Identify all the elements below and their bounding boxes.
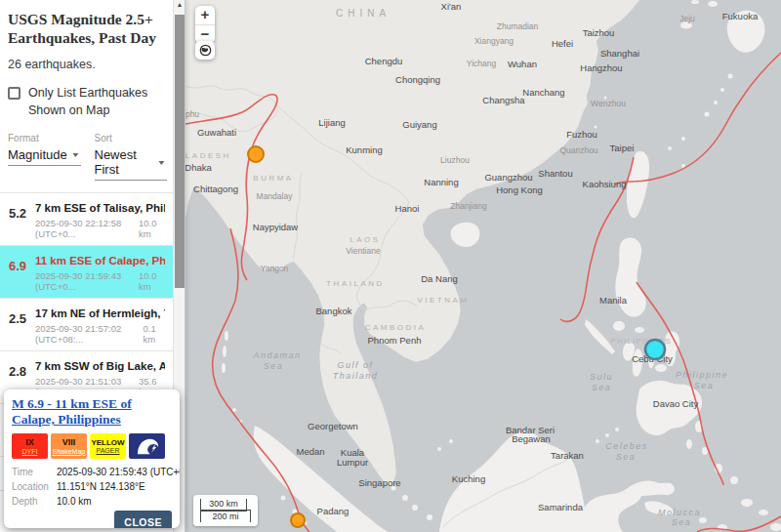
map-label: Shantou: [538, 168, 572, 179]
map-label: Guwahati: [197, 127, 236, 138]
zoom-in-button[interactable]: +: [195, 6, 215, 24]
sort-label: Sort: [95, 133, 168, 143]
map-label: Sulu: [590, 372, 613, 382]
map-label: BURMA: [253, 174, 293, 183]
map-label: Samarinda: [538, 502, 584, 512]
map-label: Xiangyang: [474, 36, 514, 46]
map-label: Vientiane: [346, 246, 381, 256]
map-canvas[interactable]: CHINAGLADESHBURMALAOSTHAILANDVIETNAMCAMB…: [185, 0, 781, 532]
format-value: Magnitude: [8, 147, 67, 162]
quake-title: 11 km ESE of Calape, Philippi...: [35, 255, 165, 266]
only-list-checkbox[interactable]: [8, 87, 21, 100]
panel-header: USGS Magnitude 2.5+ Earthquakes, Past Da…: [0, 0, 173, 192]
time-label: Time: [12, 467, 57, 477]
location-label: Location: [12, 481, 57, 492]
map-label: Liuzhou: [440, 155, 470, 165]
map-label: Manila: [599, 295, 628, 306]
earthquake-marker-orange[interactable]: [248, 146, 264, 162]
map-label: CHINA: [336, 8, 390, 19]
map-label: Wuhan: [508, 59, 537, 69]
map-label: Da Nang: [421, 273, 458, 284]
map-label: CAMBODIA: [365, 323, 427, 332]
map-scale-bar: 300 km 200 mi: [193, 495, 258, 527]
map-label: Davao City: [653, 398, 699, 409]
scroll-up-icon[interactable]: ▲: [174, 1, 185, 8]
quake-depth: 0.1 km: [144, 323, 165, 345]
earthquake-marker-cyan[interactable]: [645, 340, 665, 359]
map-label: LAOS: [349, 235, 380, 244]
map-label: Philippine: [676, 370, 728, 380]
dyfi-badge[interactable]: IX DYFI: [12, 433, 48, 459]
quake-title: 7 km SSW of Big Lake, Alaska: [35, 360, 165, 372]
list-options: Format Magnitude ▼ Sort Newest First ▼: [8, 133, 167, 192]
depth-label: Depth: [12, 496, 57, 507]
map-label: Wenzhou: [591, 99, 626, 108]
map-label: Padang: [317, 506, 349, 516]
map-label: phu: [185, 109, 199, 119]
map-label: Naypyidaw: [253, 222, 299, 232]
time-value: 2025-09-30 21:59:43 (UTC+08:00): [57, 467, 180, 477]
earthquake-list-item[interactable]: 6.911 km ESE of Calape, Philippi...2025-…: [0, 246, 173, 299]
event-title-line1: M 6.9 - 11 km ESE of: [12, 396, 132, 411]
map-label: THAILAND: [326, 279, 385, 288]
earthquake-list-item[interactable]: 2.517 km NE of Hermleigh, Texas2025-09-3…: [0, 299, 173, 351]
scrollbar-thumb[interactable]: [175, 15, 185, 288]
sort-select[interactable]: Newest First ▼: [95, 143, 168, 181]
map-label: Sea: [672, 517, 692, 527]
tsunami-wave-icon: [134, 435, 161, 457]
map-label: Taipei: [610, 143, 635, 153]
shakemap-badge[interactable]: VIII ShakeMap: [51, 433, 87, 459]
map-label: Chengdu: [365, 56, 403, 66]
map-label: Bangkok: [316, 306, 352, 316]
globe-layers-button[interactable]: [195, 41, 215, 60]
map-label: Dhaka: [185, 162, 212, 173]
map-label: Kunming: [346, 144, 383, 155]
tsunami-badge[interactable]: [129, 433, 165, 459]
map-zoom-control: + −: [195, 6, 215, 43]
map-label: Molucca: [658, 508, 701, 517]
magnitude: 5.2: [0, 200, 35, 239]
event-title-line2: Calape, Philippines: [12, 412, 121, 427]
magnitude: 2.5: [0, 306, 35, 345]
chevron-down-icon: ▼: [157, 159, 167, 166]
map-label: Kaohsiung: [583, 179, 627, 189]
format-group: Format Magnitude ▼: [8, 133, 81, 181]
close-button[interactable]: CLOSE: [114, 511, 172, 528]
map-label: Lijiang: [318, 117, 345, 128]
format-select[interactable]: Magnitude ▼: [8, 143, 81, 166]
format-label: Format: [8, 133, 81, 143]
map-label: Andaman: [252, 350, 301, 360]
map-label: VIETNAM: [417, 296, 469, 305]
earthquake-list-item[interactable]: 5.27 km ESE of Talisay, Philippin...2025…: [0, 193, 173, 246]
map-label: Yichang: [467, 59, 497, 68]
map-label: Hong Kong: [496, 184, 543, 195]
earthquake-count: 26 earthquakes.: [8, 58, 167, 71]
map-label: Quanzhou: [559, 145, 597, 155]
map-label: Nanchang: [522, 87, 564, 98]
map-label: Guiyang: [402, 119, 436, 130]
impact-badges: IX DYFI VIII ShakeMap YELLOW PAGER: [12, 433, 172, 459]
map-label: Sea: [264, 361, 284, 371]
map-label: Chittagong: [193, 184, 238, 194]
quake-time: 2025-09-30 21:57:02 (UTC+08:...: [35, 323, 144, 345]
quake-time: 2025-09-30 21:59:43 (UTC+0...: [35, 270, 139, 292]
map-label: Yangon: [261, 264, 289, 273]
map-label: Tarakan: [551, 450, 584, 461]
map-label: Shanghai: [600, 48, 639, 59]
pager-badge[interactable]: YELLOW PAGER: [90, 433, 126, 459]
event-link[interactable]: M 6.9 - 11 km ESE of Calape, Philippines: [12, 396, 172, 428]
map[interactable]: CHINAGLADESHBURMALAOSTHAILANDVIETNAMCAMB…: [185, 0, 781, 532]
usgs-earthquakes-app: USGS Magnitude 2.5+ Earthquakes, Past Da…: [0, 0, 781, 532]
map-label: Lumpur: [337, 457, 368, 468]
sort-group: Sort Newest First ▼: [95, 133, 168, 181]
event-details: Time2025-09-30 21:59:43 (UTC+08:00) Loca…: [12, 467, 172, 507]
map-label: Begawan: [512, 433, 551, 444]
quake-title: 17 km NE of Hermleigh, Texas: [35, 307, 165, 319]
only-list-filter[interactable]: Only List Earthquakes Shown on Map: [8, 84, 167, 119]
map-label: Zhanjiang: [450, 201, 487, 211]
map-label: Thailand: [333, 371, 379, 381]
chevron-down-icon: ▼: [70, 151, 80, 158]
earthquake-marker-orange[interactable]: [291, 513, 305, 527]
globe-icon: [199, 44, 212, 57]
map-label: GLADESH: [185, 151, 231, 160]
